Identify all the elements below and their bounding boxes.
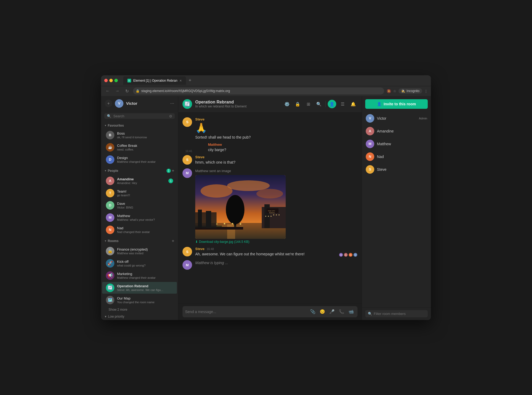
bookmark-icon[interactable]: ☆ xyxy=(393,89,396,93)
search-filter-icon[interactable]: ⊙ xyxy=(169,114,172,118)
message-text: Ah, awesome. We can figure out the homep… xyxy=(195,251,334,257)
app-container: + V Victor ··· 🔍 ⊙ ▾ Favourites B xyxy=(101,96,431,320)
message-text: Sorted! shall we head to the pub? xyxy=(195,135,358,140)
member-list-button[interactable]: 👤 xyxy=(328,100,336,108)
svg-point-3 xyxy=(256,189,283,198)
room-name: Boss xyxy=(117,131,173,135)
reload-button[interactable]: ↻ xyxy=(123,88,130,94)
right-panel: 👤 Invite to this room V Victor Admin A A… xyxy=(362,96,431,320)
avatar: 🚀 xyxy=(106,259,114,268)
active-tab[interactable]: E Element [1] | Operation Rebran × xyxy=(123,76,186,85)
message-input[interactable] xyxy=(185,307,307,317)
add-button[interactable]: + xyxy=(105,100,112,107)
member-name: Nad xyxy=(377,155,427,159)
list-item[interactable]: D Design Matthew changed their avatar xyxy=(102,154,177,165)
rooms-add-button[interactable]: + xyxy=(172,239,174,243)
room-preview: go team!!! xyxy=(117,194,173,197)
list-item[interactable]: ☕ Coffee Break need. coffee. xyxy=(102,142,177,153)
room-preview: Matthew changed their avatar xyxy=(117,160,173,163)
video-button[interactable]: 📹 xyxy=(347,308,355,315)
room-name: Amandine xyxy=(117,177,166,181)
threads-button[interactable]: ☰ xyxy=(338,100,347,108)
chat-header: 🔄 Operation Rebrand In which we rebrand … xyxy=(178,96,362,113)
call-button[interactable]: 📞 xyxy=(338,308,345,315)
list-item[interactable]: D Dave Victor: BING xyxy=(102,199,177,211)
member-avatar: M xyxy=(366,140,374,148)
search-input[interactable] xyxy=(113,114,167,118)
grid-button[interactable]: ⊞ xyxy=(304,100,313,108)
list-item[interactable]: A Amandine Amandine: Hey 1 xyxy=(102,175,177,187)
room-info: Dave Victor: BING xyxy=(117,202,173,209)
member-role: Admin xyxy=(419,117,427,120)
room-info: Boss ok, I'll send it tomorrow xyxy=(117,131,173,139)
member-item[interactable]: V Victor Admin xyxy=(362,112,431,125)
close-traffic-light[interactable] xyxy=(104,79,108,82)
address-bar[interactable]: 🔒 staging.element.io/#/room/!lSjMRGQVDSp… xyxy=(133,88,384,94)
user-name: Victor xyxy=(126,101,168,106)
people-section-header[interactable]: ▾ People 1 + xyxy=(101,167,178,175)
image-container: THE CITY BARGE xyxy=(195,175,358,244)
room-info: Coffee Break need. coffee. xyxy=(117,144,173,151)
list-item[interactable]: B Boss ok, I'll send it tomorrow xyxy=(102,129,177,141)
avatar: 🔒 xyxy=(106,247,114,255)
chat-image[interactable]: THE CITY BARGE xyxy=(195,175,286,239)
emoji-button[interactable]: 😊 xyxy=(319,308,326,315)
lock-button[interactable]: 🔒 xyxy=(293,100,302,108)
header-actions: ⚙️ 🔒 ⊞ 🔍 👤 ☰ 🔔 xyxy=(283,100,358,108)
filter-members-input[interactable] xyxy=(374,312,425,316)
svg-point-15 xyxy=(273,214,274,215)
list-item[interactable]: T Team! go team!!! xyxy=(102,187,177,199)
member-item[interactable]: M Matthew xyxy=(362,138,431,150)
favourites-section-header[interactable]: ▾ Favourites xyxy=(101,122,178,129)
attachment-button[interactable]: 📎 xyxy=(309,308,317,315)
back-button[interactable]: ← xyxy=(104,88,111,94)
mute-icon[interactable]: 🔕 xyxy=(387,89,391,93)
svg-point-16 xyxy=(276,214,277,215)
room-info: Team! go team!!! xyxy=(117,189,173,197)
invite-icon: 👤 xyxy=(377,102,381,106)
message-group: M Matthew sent an image xyxy=(178,167,362,246)
svg-point-27 xyxy=(232,223,233,224)
forward-button[interactable]: → xyxy=(114,88,121,94)
tab-close-button[interactable]: × xyxy=(180,78,182,83)
list-item[interactable]: N Nad Nad changed their avatar xyxy=(102,224,177,236)
room-header-icon: 🔄 xyxy=(182,99,192,109)
incognito-badge: 🕵️ Incognito xyxy=(398,88,422,94)
svg-text:THE CITY: THE CITY xyxy=(268,210,275,212)
chrome-menu-icon[interactable]: ⋮ xyxy=(424,89,428,93)
list-item[interactable]: 📢 Marketing Matthew changed their avatar xyxy=(102,270,177,281)
user-menu-button[interactable]: ··· xyxy=(170,101,174,106)
voice-button[interactable]: 🎤 xyxy=(328,308,336,315)
maximize-traffic-light[interactable] xyxy=(114,79,118,82)
filter-container: 🔍 xyxy=(365,310,428,317)
list-item[interactable]: 🔒 Finance (encrypted) Matthew was invite… xyxy=(102,245,177,257)
invite-button[interactable]: 👤 Invite to this room xyxy=(365,99,428,109)
list-item[interactable]: 🚀 Kick-off what could go wrong? xyxy=(102,257,177,269)
low-priority-section[interactable]: ▾ Low priority xyxy=(101,313,178,320)
room-info: Amandine Amandine: Hey xyxy=(117,177,166,185)
avatar: S xyxy=(182,155,192,165)
list-item[interactable]: M Matthew Matthew: what's your vector? xyxy=(102,212,177,223)
member-item[interactable]: N Nad xyxy=(362,150,431,163)
message-group: S Steve 16:48 Ah, awesome. We can figure… xyxy=(178,245,362,259)
search-bar: 🔍 ⊙ xyxy=(104,113,175,119)
people-add-button[interactable]: + xyxy=(172,168,174,173)
member-item[interactable]: S Steve xyxy=(362,163,431,176)
list-item[interactable]: 🔄 Operation Rebrand Steve: Ah, awesome. … xyxy=(102,282,177,294)
settings-button[interactable]: ⚙️ xyxy=(283,100,291,108)
download-link[interactable]: ⬇ Download city-barge.jpg (144.5 KB) xyxy=(195,240,358,244)
search-room-button[interactable]: 🔍 xyxy=(315,100,323,108)
message-content: Matthew city barge? xyxy=(208,143,358,153)
new-tab-button[interactable]: + xyxy=(186,78,194,83)
member-item[interactable]: A Amandine xyxy=(362,125,431,138)
rooms-section-header[interactable]: ▾ Rooms + xyxy=(101,237,178,245)
room-info: Nad Nad changed their avatar xyxy=(117,226,173,234)
svg-text:BARGE: BARGE xyxy=(269,212,275,214)
messages-area: S Steve 🙏 Sorted! shall we head to the p… xyxy=(178,113,362,303)
minimize-traffic-light[interactable] xyxy=(109,79,113,82)
notifications-button[interactable]: 🔔 xyxy=(349,100,358,108)
svg-rect-31 xyxy=(206,211,211,228)
show-more-button[interactable]: Show 2 more xyxy=(101,306,178,313)
list-item[interactable]: 🗺️ Our Map You changed the room name xyxy=(102,294,177,306)
incognito-icon: 🕵️ xyxy=(401,89,405,93)
